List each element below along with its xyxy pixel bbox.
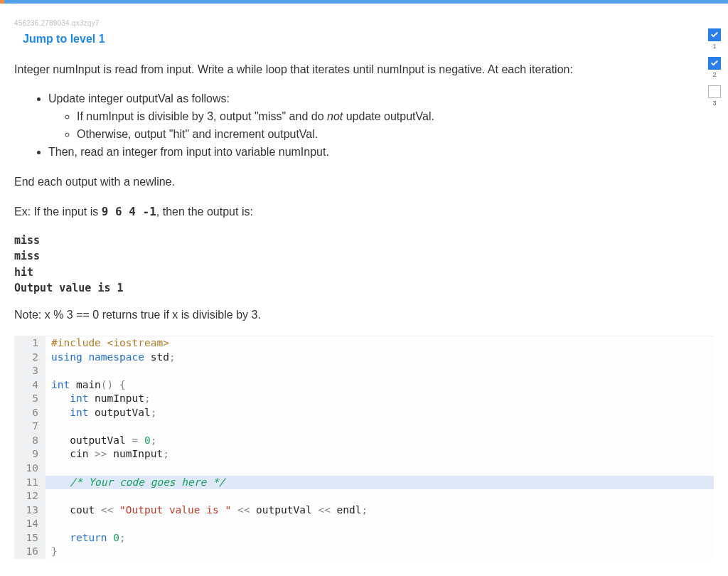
empty-checkbox-icon	[708, 85, 721, 98]
bullet-update: Update integer outputVal as follows: If …	[48, 90, 714, 143]
serial-id: 456236.2789034.qx3zqy7	[14, 19, 714, 27]
bullet-divisible: If numInput is divisible by 3, output "m…	[77, 108, 714, 126]
end-newline-text: End each output with a newline.	[14, 174, 714, 190]
bullet-then-read: Then, read an integer from input into va…	[48, 144, 714, 161]
line-number: 16	[14, 545, 46, 559]
line-number: 4	[14, 378, 46, 393]
checkmark-icon	[708, 28, 721, 41]
check-step-3[interactable]: 3	[708, 85, 721, 107]
code-placeholder-comment[interactable]: /* Your code goes here */	[51, 476, 225, 488]
line-number: 3	[14, 364, 46, 378]
example-output: miss miss hit Output value is 1	[14, 233, 714, 297]
line-number: 10	[14, 462, 46, 476]
intro-text: Integer numInput is read from input. Wri…	[14, 61, 714, 78]
line-number: 12	[14, 489, 46, 503]
line-number: 11	[14, 476, 46, 490]
line-number: 6	[14, 406, 46, 420]
note-text: Note: x % 3 == 0 returns true if x is di…	[14, 306, 714, 323]
jump-to-level-link[interactable]: Jump to level 1	[23, 33, 105, 46]
line-number: 14	[14, 517, 46, 531]
checkmark-icon	[708, 57, 721, 70]
progress-checklist: 1 2 3	[707, 28, 722, 112]
problem-prompt: Integer numInput is read from input. Wri…	[14, 61, 714, 323]
line-number: 5	[14, 392, 46, 406]
bullet-otherwise: Otherwise, output "hit" and increment ou…	[77, 126, 714, 144]
line-number: 2	[14, 351, 46, 365]
check-step-1[interactable]: 1	[708, 28, 721, 50]
line-number: 13	[14, 503, 46, 518]
main-content: 456236.2789034.qx3zqy7 Jump to level 1 I…	[0, 4, 728, 559]
line-number: 15	[14, 531, 46, 545]
line-number: 9	[14, 447, 46, 462]
line-number: 1	[14, 336, 46, 351]
check-step-2[interactable]: 2	[708, 57, 721, 78]
line-number: 7	[14, 420, 46, 434]
code-editor[interactable]: 1#include <iostream> 2using namespace st…	[14, 336, 714, 559]
line-number: 8	[14, 434, 46, 448]
example-line: Ex: If the input is 9 6 4 -1, then the o…	[14, 203, 714, 220]
